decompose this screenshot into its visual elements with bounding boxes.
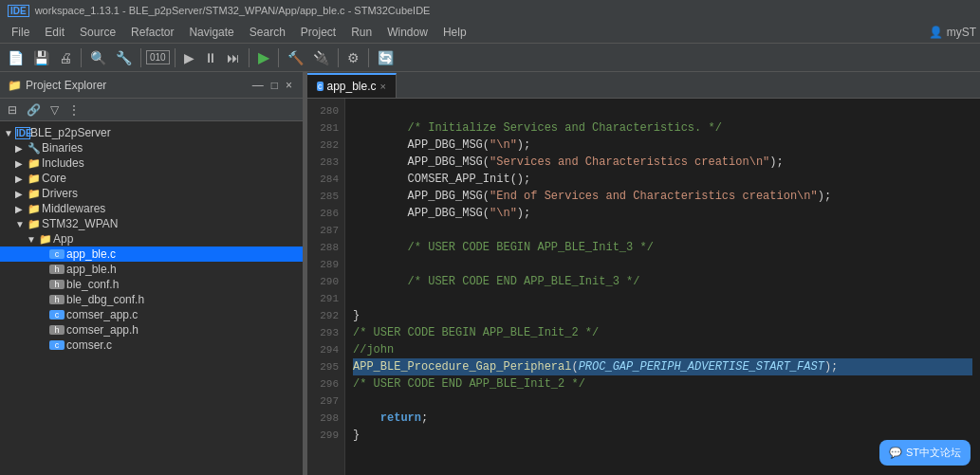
middlewares-icon: 📁 — [27, 203, 42, 215]
tree-label-middlewares: Middlewares — [42, 202, 303, 215]
build-button[interactable]: 🔨 — [284, 48, 307, 67]
line-num-292: 292 — [307, 307, 344, 324]
code-line-290: /* USER CODE END APP_BLE_Init_3 */ — [353, 273, 972, 290]
app-icon: 📁 — [38, 233, 53, 246]
tab-file-icon: c — [317, 82, 324, 91]
pe-minimize-button[interactable]: — — [250, 78, 267, 93]
chip-button[interactable]: 🔌 — [309, 48, 333, 67]
tree-item-binaries[interactable]: ▶ 🔧 Binaries — [0, 140, 303, 155]
title-bar: IDE workspace_1.13.1 - BLE_p2pServer/STM… — [0, 0, 980, 21]
user-icon: 👤 — [929, 26, 943, 39]
settings-button[interactable]: ⚙ — [343, 48, 363, 67]
tab-close-button[interactable]: × — [380, 81, 386, 92]
collapse-all-button[interactable]: ⊟ — [4, 102, 21, 118]
project-explorer-panel: 📁 Project Explorer — □ × ⊟ 🔗 ▽ ⋮ ▼ IDE B… — [0, 72, 304, 475]
toolbar-separator-2 — [140, 48, 141, 67]
line-num-281: 281 — [307, 119, 344, 137]
toolbar-separator-6 — [338, 48, 339, 67]
menu-help[interactable]: Help — [435, 24, 474, 41]
tree-label-app-ble-c: app_ble.c — [66, 247, 303, 261]
user-label[interactable]: myST — [947, 26, 976, 39]
tree-item-stm32wpan[interactable]: ▼ 📁 STM32_WPAN — [0, 216, 303, 231]
code-line-284: COMSER_APP_Init(); — [353, 171, 972, 188]
tree-label-ble-dbg-conf-h: ble_dbg_conf.h — [66, 293, 303, 306]
tree-label-comser-app-c: comser_app.c — [66, 308, 303, 321]
h-file-icon-1: h — [49, 265, 65, 274]
code-line-288: /* USER CODE BEGIN APP_BLE_Init_3 */ — [353, 239, 972, 256]
tree-item-app-ble-c[interactable]: c app_ble.c — [0, 247, 303, 262]
core-icon: 📁 — [27, 173, 42, 185]
binary-button[interactable]: 010 — [146, 50, 170, 64]
code-line-292: } — [353, 307, 972, 324]
project-explorer-header: 📁 Project Explorer — □ × — [0, 72, 303, 99]
pause-button[interactable]: ⏸ — [200, 48, 221, 67]
c-file-icon-2: c — [49, 310, 65, 320]
tree-label-comser-app-h: comser_app.h — [66, 323, 303, 337]
tab-app-ble-c[interactable]: c app_ble.c × — [307, 73, 397, 98]
project-explorer-title: 📁 Project Explorer — [8, 79, 250, 92]
code-line-287 — [353, 222, 972, 239]
code-line-296: /* USER CODE END APP_BLE_Init_2 */ — [353, 375, 972, 393]
line-num-280: 280 — [307, 102, 344, 119]
tree-label-app: App — [53, 232, 303, 246]
pe-maximize-button[interactable]: □ — [268, 78, 281, 93]
line-num-298: 298 — [307, 410, 344, 427]
tree-item-comser-app-c[interactable]: c comser_app.c — [0, 307, 303, 322]
tree-item-app-ble-h[interactable]: h app_ble.h — [0, 262, 303, 277]
view-menu-button[interactable]: ⋮ — [65, 102, 83, 118]
menu-run[interactable]: Run — [343, 24, 379, 41]
step-button[interactable]: ⏭ — [223, 48, 244, 67]
code-line-295: APP_BLE_Procedure_Gap_Peripheral(PROC_GA… — [353, 358, 972, 375]
line-num-285: 285 — [307, 188, 344, 205]
run-button[interactable]: ▶ — [180, 48, 198, 67]
tree-item-ble-conf-h[interactable]: h ble_conf.h — [0, 277, 303, 292]
menu-window[interactable]: Window — [379, 24, 435, 41]
tree-arrow-stm32wpan: ▼ — [15, 219, 27, 229]
save-button[interactable]: 💾 — [29, 48, 53, 67]
window-title: workspace_1.13.1 - BLE_p2pServer/STM32_W… — [35, 5, 431, 16]
link-editor-button[interactable]: 🔗 — [23, 102, 45, 118]
code-content[interactable]: /* Initialize Services and Characteristi… — [345, 99, 980, 475]
tree-label-root: BLE_p2pServer — [30, 126, 303, 139]
line-num-283: 283 — [307, 154, 344, 171]
pe-close-button[interactable]: × — [283, 78, 295, 93]
chat-button[interactable]: 💬 ST中文论坛 — [879, 440, 971, 466]
menu-search[interactable]: Search — [242, 24, 293, 41]
debug-run-button[interactable]: ▶ — [254, 46, 273, 68]
pe-controls: — □ × — [250, 78, 295, 93]
refresh-button[interactable]: 🔄 — [374, 48, 398, 67]
tree-item-root[interactable]: ▼ IDE BLE_p2pServer — [0, 125, 303, 140]
line-num-286: 286 — [307, 205, 344, 222]
line-num-289: 289 — [307, 256, 344, 273]
menu-refactor[interactable]: Refactor — [123, 24, 181, 41]
tree-item-drivers[interactable]: ▶ 📁 Drivers — [0, 186, 303, 201]
drivers-icon: 📁 — [27, 188, 42, 200]
new-file-button[interactable]: 📄 — [4, 48, 28, 67]
line-num-297: 297 — [307, 393, 344, 410]
code-line-282: APP_DBG_MSG("\n"); — [353, 137, 972, 154]
menu-file[interactable]: File — [4, 24, 37, 41]
menu-project[interactable]: Project — [293, 24, 343, 41]
tree-item-comser-app-h[interactable]: h comser_app.h — [0, 322, 303, 338]
tree-item-ble-dbg-conf-h[interactable]: h ble_dbg_conf.h — [0, 292, 303, 307]
code-editor[interactable]: 280 281 282 283 284 285 286 287 288 289 … — [307, 99, 980, 475]
tree-item-middlewares[interactable]: ▶ 📁 Middlewares — [0, 201, 303, 216]
tree-item-core[interactable]: ▶ 📁 Core — [0, 171, 303, 186]
tree-item-app[interactable]: ▼ 📁 App — [0, 231, 303, 247]
project-tree: ▼ IDE BLE_p2pServer ▶ 🔧 Binaries ▶ 📁 Inc… — [0, 121, 303, 475]
filter-button[interactable]: ▽ — [46, 102, 63, 118]
tools-button[interactable]: 🔧 — [112, 48, 136, 67]
search-button[interactable]: 🔍 — [86, 48, 110, 67]
menu-edit[interactable]: Edit — [37, 24, 72, 41]
menu-navigate[interactable]: Navigate — [181, 24, 241, 41]
menu-source[interactable]: Source — [72, 24, 123, 41]
tree-item-includes[interactable]: ▶ 📁 Includes — [0, 155, 303, 171]
editor-area: c app_ble.c × 280 281 282 283 284 285 28… — [307, 72, 980, 475]
toolbar-separator-5 — [278, 48, 279, 67]
h-file-icon-4: h — [49, 325, 65, 335]
code-line-291 — [353, 290, 972, 307]
print-button[interactable]: 🖨 — [55, 48, 76, 67]
main-layout: 📁 Project Explorer — □ × ⊟ 🔗 ▽ ⋮ ▼ IDE B… — [0, 72, 980, 475]
tree-item-comser-c[interactable]: c comser.c — [0, 338, 303, 353]
code-line-281: /* Initialize Services and Characteristi… — [353, 119, 972, 137]
